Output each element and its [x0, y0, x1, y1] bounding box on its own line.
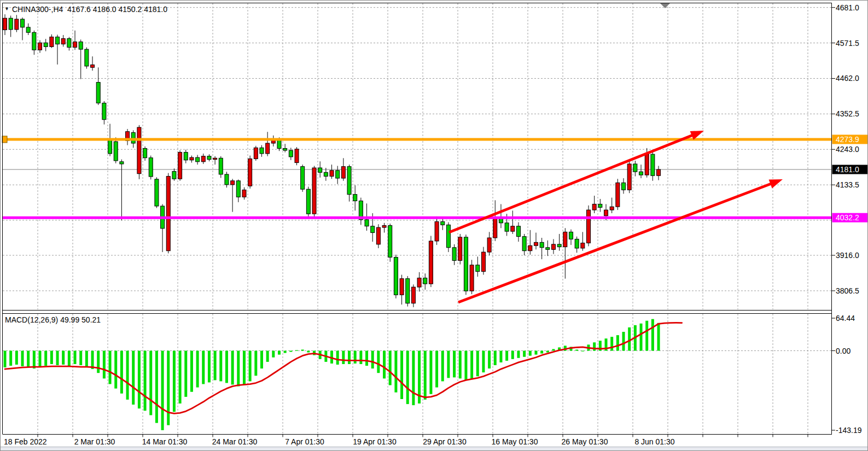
candle-down	[318, 168, 322, 172]
macd-histogram-bar	[359, 351, 362, 364]
candle-up	[91, 65, 95, 68]
candle-down	[67, 39, 71, 48]
macd-histogram-bar	[144, 351, 147, 411]
macd-histogram-bar	[342, 351, 345, 364]
candle-down	[143, 148, 147, 157]
macd-histogram-bar	[295, 350, 298, 351]
macd-histogram-bar	[208, 351, 211, 383]
candle-up	[266, 143, 270, 154]
candle-up	[435, 221, 439, 241]
candle-up	[592, 204, 596, 210]
symbol-dropdown-icon: ▼	[4, 5, 9, 13]
candle-down	[651, 154, 655, 175]
candle-up	[382, 226, 386, 228]
macd-histogram-bar	[39, 351, 42, 367]
candle-up	[481, 252, 485, 272]
price-scale-area[interactable]	[832, 3, 868, 435]
candle-up	[201, 156, 205, 162]
candle-down	[388, 226, 392, 257]
macd-histogram-bar	[435, 351, 438, 388]
macd-histogram-bar	[307, 351, 310, 353]
candle-up	[400, 279, 404, 295]
candle-up	[411, 287, 415, 303]
macd-histogram-bar	[406, 351, 409, 405]
candle-down	[406, 279, 410, 303]
macd-histogram-bar	[272, 351, 275, 358]
macd-histogram-bar	[616, 335, 619, 350]
candle-up	[341, 167, 345, 178]
line-drag-handle-icon[interactable]	[2, 136, 7, 143]
macd-histogram-bar	[33, 351, 36, 369]
candle-down	[505, 223, 509, 231]
candle-down	[516, 226, 520, 237]
candle-down	[172, 172, 176, 179]
macd-histogram-bar	[488, 351, 491, 369]
macd-histogram-bar	[289, 351, 292, 352]
candle-up	[487, 238, 491, 252]
candle-down	[522, 237, 526, 251]
candle-up	[3, 18, 7, 30]
macd-histogram-bar	[622, 332, 625, 351]
candle-up	[417, 278, 421, 288]
candle-down	[423, 278, 427, 284]
candle-down	[131, 132, 135, 143]
macd-histogram-bar	[62, 351, 65, 365]
candle-down	[96, 83, 100, 103]
macd-histogram-bar	[610, 337, 613, 350]
time-scale-area[interactable]	[3, 435, 832, 447]
candle-up	[581, 243, 585, 248]
candle-down	[575, 239, 579, 248]
candle-up	[295, 149, 299, 163]
macd-histogram-bar	[336, 351, 339, 365]
candle-up	[563, 232, 567, 247]
candle-up	[312, 168, 316, 214]
macd-histogram-bar	[447, 351, 450, 378]
candle-down	[184, 153, 188, 160]
candle-up	[616, 183, 620, 207]
macd-histogram-bar	[464, 351, 467, 380]
candle-down	[219, 158, 223, 174]
macd-histogram-bar	[196, 351, 199, 388]
macd-histogram-bar	[383, 351, 386, 379]
candle-up	[178, 153, 182, 179]
candle-down	[347, 167, 351, 195]
candle-down	[21, 19, 25, 27]
macd-histogram-bar	[511, 351, 514, 359]
macd-histogram-bar	[44, 351, 47, 366]
macd-histogram-bar	[231, 351, 234, 385]
window-bottom-strip	[1, 447, 868, 451]
macd-histogram-bar	[389, 351, 392, 385]
macd-histogram-bar	[103, 351, 106, 379]
candle-down	[56, 37, 60, 44]
candle-down	[114, 142, 118, 161]
candle-up	[61, 39, 65, 44]
macd-histogram-bar	[97, 351, 100, 373]
macd-histogram-bar	[225, 351, 228, 383]
macd-histogram-bar	[4, 351, 7, 367]
macd-histogram-bar	[50, 351, 53, 364]
macd-histogram-bar	[424, 351, 427, 400]
macd-histogram-bar	[412, 351, 415, 406]
macd-histogram-bar	[184, 351, 187, 397]
candle-up	[190, 157, 194, 160]
macd-histogram-bar	[348, 351, 351, 364]
candle-down	[540, 242, 544, 247]
candle-down	[371, 226, 375, 233]
candle-up	[330, 171, 334, 177]
macd-histogram-bar	[138, 351, 141, 409]
candle-up	[587, 210, 591, 243]
macd-histogram-bar	[517, 351, 520, 358]
candle-up	[248, 159, 252, 186]
macd-histogram-bar	[21, 351, 24, 366]
macd-histogram-bar	[114, 351, 117, 389]
candle-up	[242, 190, 246, 197]
macd-histogram-bar	[9, 351, 12, 366]
macd-histogram-bar	[400, 351, 403, 399]
candle-down	[569, 232, 573, 239]
candle-down	[44, 43, 48, 46]
candle-up	[376, 227, 380, 244]
macd-histogram-bar	[15, 351, 18, 365]
chart-area[interactable]: 4681.04571.54462.04352.54243.04133.53916…	[1, 1, 868, 451]
candle-up	[429, 241, 433, 284]
candle-up	[137, 127, 141, 174]
